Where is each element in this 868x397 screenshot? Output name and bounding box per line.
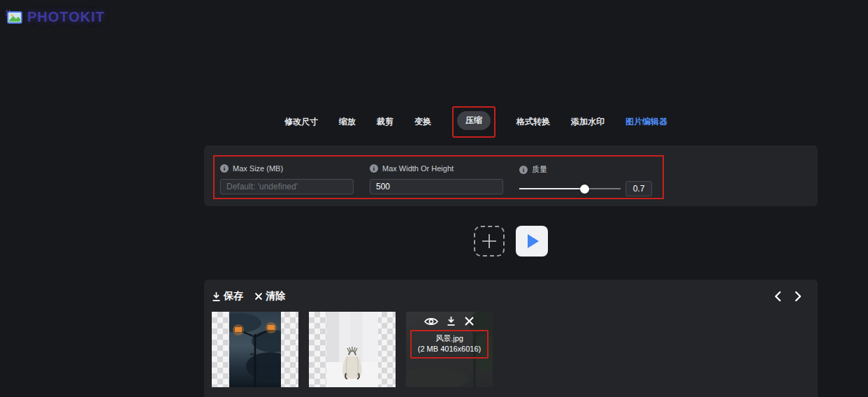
play-icon — [528, 234, 539, 248]
thumbnail-strip: 风景.jpg (2 MB 4016x6016) — [212, 312, 493, 387]
thumbnail-landscape-selected[interactable]: 风景.jpg (2 MB 4016x6016) — [406, 312, 493, 387]
thumbnail-white-bag[interactable] — [309, 312, 396, 387]
logo-icon — [6, 8, 24, 25]
add-image-button[interactable] — [474, 226, 505, 257]
download-icon — [212, 291, 221, 302]
file-name: 风景.jpg — [412, 333, 487, 344]
save-button[interactable]: 保存 — [212, 290, 243, 303]
compress-settings-panel: i Max Size (MB) i Max Width Or Height i … — [204, 145, 818, 206]
app-logo[interactable]: PHOTOKIT — [6, 8, 105, 25]
max-width-height-input[interactable] — [370, 179, 503, 194]
run-compress-button[interactable] — [516, 226, 548, 257]
gallery-panel: 保存 清除 — [204, 280, 818, 397]
slider-handle[interactable] — [580, 185, 589, 194]
max-size-input[interactable] — [220, 179, 354, 194]
quality-field: i 质量 — [519, 164, 653, 196]
chevron-left-icon[interactable] — [774, 291, 782, 302]
gallery-toolbar: 保存 清除 — [212, 290, 802, 303]
max-width-height-label: Max Width Or Height — [382, 164, 454, 173]
clear-button[interactable]: 清除 — [254, 290, 285, 303]
info-icon: i — [519, 166, 528, 174]
quality-label: 质量 — [532, 164, 547, 175]
file-info-badge: 风景.jpg (2 MB 4016x6016) — [410, 330, 489, 359]
thumbnail-image — [326, 312, 378, 387]
thumbnail-overlay: 风景.jpg (2 MB 4016x6016) — [406, 312, 493, 387]
tab-compress-active[interactable]: 压缩 — [457, 111, 491, 130]
tab-compress-highlight-frame: 压缩 — [452, 106, 496, 138]
max-width-height-label-row: i Max Width Or Height — [370, 164, 503, 173]
eye-icon[interactable] — [424, 317, 438, 326]
quality-label-row: i 质量 — [519, 164, 653, 175]
tab-scale[interactable]: 缩放 — [339, 116, 356, 128]
info-icon: i — [370, 164, 378, 173]
close-icon[interactable] — [464, 316, 475, 326]
tab-resize[interactable]: 修改尺寸 — [284, 116, 318, 128]
quality-slider[interactable] — [519, 184, 621, 194]
close-icon — [254, 292, 263, 301]
gallery-nav — [774, 291, 802, 302]
save-label: 保存 — [224, 290, 243, 303]
tab-format-convert[interactable]: 格式转换 — [516, 116, 550, 128]
clear-label: 清除 — [266, 290, 285, 303]
file-size-dimensions: (2 MB 4016x6016) — [412, 344, 487, 354]
tab-watermark[interactable]: 添加水印 — [571, 116, 605, 128]
max-size-field: i Max Size (MB) — [220, 164, 354, 194]
thumbnail-image — [229, 312, 281, 387]
max-width-height-field: i Max Width Or Height — [370, 164, 503, 194]
logo-text: PHOTOKIT — [27, 9, 105, 25]
tab-bar: 修改尺寸 缩放 裁剪 变换 压缩 格式转换 添加水印 图片编辑器 — [204, 106, 818, 138]
info-icon: i — [220, 164, 229, 173]
thumbnail-night-lamp[interactable] — [212, 312, 298, 387]
tab-crop[interactable]: 裁剪 — [377, 116, 393, 128]
slider-fill — [519, 188, 585, 189]
max-size-label: Max Size (MB) — [233, 164, 283, 173]
quality-value-input[interactable] — [625, 181, 652, 196]
tab-image-editor-link[interactable]: 图片编辑器 — [625, 116, 667, 128]
plus-icon — [480, 232, 498, 250]
download-icon[interactable] — [447, 316, 456, 326]
overlay-icon-row — [406, 316, 493, 326]
tab-transform[interactable]: 变换 — [414, 116, 431, 128]
max-size-label-row: i Max Size (MB) — [220, 164, 354, 173]
upload-row — [204, 226, 818, 257]
chevron-right-icon[interactable] — [794, 291, 802, 302]
